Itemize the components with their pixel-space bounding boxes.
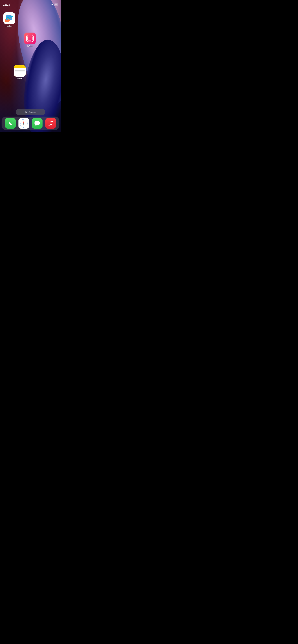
- svg-point-11: [24, 123, 24, 124]
- inshot-label: InShot: [27, 45, 33, 47]
- music-icon: [45, 118, 56, 129]
- svg-text:W: W: [20, 123, 21, 124]
- search-label: Search: [29, 111, 36, 113]
- notes-icon: [14, 65, 26, 77]
- notes-label: Notes: [17, 78, 22, 80]
- phone-icon: [5, 118, 16, 129]
- svg-text:N: N: [24, 119, 24, 120]
- status-icons: ✈ 66: [51, 4, 58, 6]
- battery-indicator: 66: [54, 4, 58, 6]
- freeform-label: Freeform: [6, 25, 13, 27]
- inshot-icon: [24, 32, 36, 44]
- notes-paper: [14, 68, 26, 77]
- dock-app-phone[interactable]: [5, 118, 16, 129]
- notes-line-1: [15, 69, 25, 69]
- notes-line-3: [15, 70, 25, 71]
- notes-line-5: [15, 72, 25, 72]
- notes-yellow-header: [14, 65, 26, 68]
- svg-text:S: S: [24, 126, 24, 128]
- app-notes[interactable]: Notes: [14, 65, 26, 80]
- phone-svg: [8, 120, 13, 126]
- dock-app-music[interactable]: [45, 118, 56, 129]
- notes-line-2: [15, 70, 25, 70]
- dock: N S W E: [2, 116, 59, 130]
- freeform-icon: [4, 12, 15, 24]
- status-bar: 18:29 ✈ 66: [0, 0, 61, 8]
- airplane-icon: ✈: [51, 4, 53, 6]
- search-bar[interactable]: Search: [16, 109, 45, 115]
- messages-svg: [34, 120, 40, 126]
- dock-app-safari[interactable]: N S W E: [19, 118, 29, 129]
- music-svg: [48, 120, 54, 126]
- safari-svg: N S W E: [19, 118, 29, 128]
- app-freeform[interactable]: Freeform: [4, 12, 15, 27]
- svg-line-6: [27, 112, 27, 113]
- messages-icon: [32, 118, 43, 129]
- svg-text:E: E: [27, 123, 28, 124]
- dock-app-messages[interactable]: [32, 118, 43, 129]
- safari-icon: N S W E: [19, 118, 29, 129]
- search-icon: [25, 111, 28, 113]
- battery-level: 66: [55, 4, 57, 6]
- time-display: 18:29: [3, 3, 10, 6]
- app-inshot[interactable]: InShot: [24, 32, 36, 47]
- notes-line-4: [15, 71, 25, 72]
- svg-rect-3: [28, 36, 32, 41]
